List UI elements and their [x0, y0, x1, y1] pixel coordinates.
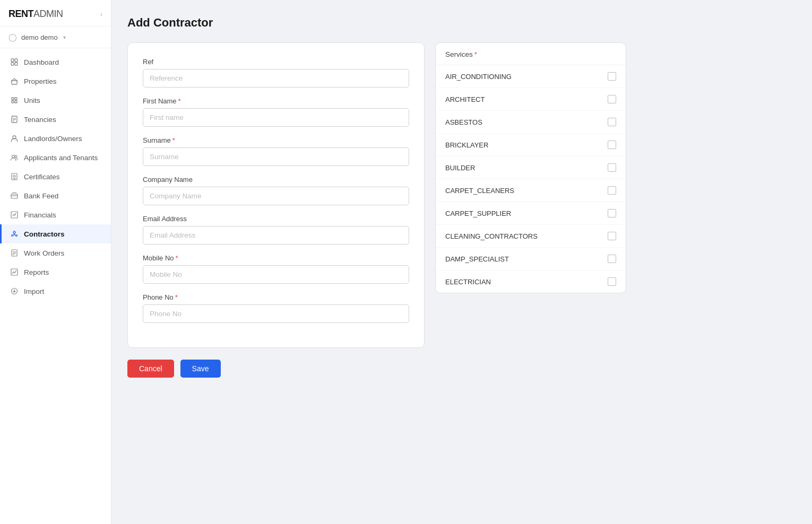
service-label: BUILDER [445, 164, 475, 172]
landlords-icon [10, 134, 19, 143]
surname-input[interactable] [143, 147, 409, 166]
form-area: Ref First Name * Surname * [127, 42, 796, 348]
svg-rect-2 [11, 63, 14, 65]
svg-rect-4 [12, 81, 17, 84]
company-input[interactable] [143, 187, 409, 205]
workorders-icon [10, 249, 19, 257]
sidebar-item-units[interactable]: Units [0, 91, 111, 110]
mobile-required: * [176, 254, 178, 262]
sidebar-item-financials[interactable]: Financials [0, 205, 111, 224]
firstname-input[interactable] [143, 108, 409, 127]
services-header: Services * [436, 43, 626, 65]
sidebar-label-landlords: Landlords/Owners [24, 135, 82, 143]
mobile-input[interactable] [143, 265, 409, 284]
svg-rect-6 [15, 98, 17, 100]
sidebar-item-tenancies[interactable]: Tenancies [0, 110, 111, 129]
ref-label: Ref [143, 58, 409, 66]
contractors-icon [10, 230, 19, 238]
svg-rect-3 [15, 63, 18, 65]
sidebar-label-reports: Reports [24, 268, 49, 276]
sidebar-item-contractors[interactable]: Contractors [0, 224, 111, 243]
service-label: CARPET_SUPPLIER [445, 209, 511, 217]
service-checkbox-bricklayer[interactable] [608, 141, 616, 149]
page-title: Add Contractor [127, 16, 796, 30]
svg-rect-5 [12, 98, 14, 100]
service-checkbox-architect[interactable] [608, 95, 616, 103]
sidebar-item-landlords[interactable]: Landlords/Owners [0, 129, 111, 148]
svg-rect-16 [12, 173, 17, 180]
phone-label: Phone No * [143, 293, 409, 301]
service-item: CARPET_SUPPLIER [436, 202, 626, 225]
service-checkbox-builder[interactable] [608, 163, 616, 172]
units-icon [10, 96, 19, 104]
service-label: ELECTRICIAN [445, 278, 491, 286]
service-item: ASBESTOS [436, 111, 626, 134]
user-chevron-icon: ▾ [63, 34, 66, 40]
sidebar-label-properties: Properties [24, 77, 57, 85]
service-item: ELECTRICIAN [436, 270, 626, 293]
service-checkbox-cleaning_contractors[interactable] [608, 232, 616, 240]
firstname-field-group: First Name * [143, 97, 409, 127]
services-list: AIR_CONDITIONING ARCHITECT ASBESTOS BRIC… [436, 65, 626, 293]
sidebar-nav: Dashboard Properties Units Tenancies [0, 48, 111, 524]
company-field-group: Company Name [143, 176, 409, 205]
email-input[interactable] [143, 226, 409, 244]
sidebar-item-reports[interactable]: Reports [0, 263, 111, 282]
service-item: AIR_CONDITIONING [436, 65, 626, 88]
svg-point-14 [12, 155, 15, 158]
surname-label: Surname * [143, 136, 409, 144]
svg-rect-0 [11, 59, 14, 62]
mobile-label: Mobile No * [143, 254, 409, 262]
surname-required: * [172, 136, 175, 144]
svg-point-17 [13, 175, 15, 177]
sidebar-label-tenancies: Tenancies [24, 116, 56, 124]
service-item: CLEANING_CONTRACTORS [436, 225, 626, 248]
sidebar-item-bankfeed[interactable]: Bank Feed [0, 186, 111, 205]
service-label: AIR_CONDITIONING [445, 73, 512, 81]
phone-input[interactable] [143, 304, 409, 323]
service-label: ARCHITECT [445, 95, 485, 103]
ref-field-group: Ref [143, 58, 409, 88]
service-label: BRICKLAYER [445, 141, 488, 149]
service-label: CARPET_CLEANERS [445, 187, 514, 195]
sidebar-label-units: Units [24, 97, 40, 104]
user-icon: ◯ [8, 33, 17, 41]
service-checkbox-electrician[interactable] [608, 277, 616, 286]
svg-rect-1 [15, 59, 18, 62]
brand-name: RENTADMIN [8, 8, 63, 20]
sidebar-item-applicants[interactable]: Applicants and Tenants [0, 148, 111, 167]
service-item: BUILDER [436, 156, 626, 179]
bankfeed-icon [10, 191, 19, 200]
service-checkbox-carpet_supplier[interactable] [608, 209, 616, 217]
import-icon [10, 287, 19, 295]
phone-required: * [175, 293, 178, 301]
action-buttons: Cancel Save [127, 360, 796, 378]
user-menu[interactable]: ◯ demo demo ▾ [0, 27, 111, 48]
sidebar-item-workorders[interactable]: Work Orders [0, 243, 111, 263]
sidebar-logo: RENTADMIN ‹ [0, 0, 111, 27]
sidebar-item-import[interactable]: Import [0, 282, 111, 301]
service-checkbox-air_conditioning[interactable] [608, 72, 616, 81]
sidebar-item-certificates[interactable]: Certificates [0, 167, 111, 186]
cancel-button[interactable]: Cancel [127, 360, 174, 378]
sidebar-label-applicants: Applicants and Tenants [24, 154, 98, 162]
firstname-label: First Name * [143, 97, 409, 105]
sidebar-label-financials: Financials [24, 211, 56, 219]
sidebar-item-properties[interactable]: Properties [0, 72, 111, 91]
tenancies-icon [10, 115, 19, 124]
service-checkbox-damp_specialist[interactable] [608, 255, 616, 263]
sidebar-label-contractors: Contractors [24, 230, 65, 238]
service-item: CARPET_CLEANERS [436, 179, 626, 202]
company-label: Company Name [143, 176, 409, 184]
service-checkbox-carpet_cleaners[interactable] [608, 186, 616, 195]
properties-icon [10, 77, 19, 85]
phone-field-group: Phone No * [143, 293, 409, 323]
save-button[interactable]: Save [180, 360, 221, 378]
sidebar-item-dashboard[interactable]: Dashboard [0, 53, 111, 72]
sidebar-toggle-icon[interactable]: ‹ [100, 11, 102, 18]
service-checkbox-asbestos[interactable] [608, 118, 616, 126]
financials-icon [10, 211, 19, 219]
sidebar-label-import: Import [24, 287, 44, 295]
dashboard-icon [10, 58, 19, 66]
ref-input[interactable] [143, 69, 409, 88]
